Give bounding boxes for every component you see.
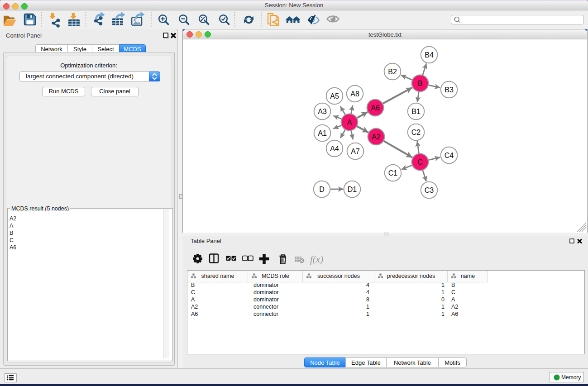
svg-text:A4: A4 bbox=[330, 145, 339, 152]
svg-text:A6: A6 bbox=[371, 104, 380, 112]
svg-text:C2: C2 bbox=[411, 129, 421, 136]
svg-text:D: D bbox=[319, 186, 325, 193]
svg-text:A: A bbox=[347, 119, 352, 126]
svg-text:C4: C4 bbox=[445, 152, 454, 159]
svg-text:C: C bbox=[417, 158, 423, 166]
svg-text:D1: D1 bbox=[348, 186, 357, 193]
svg-text:C3: C3 bbox=[425, 186, 434, 194]
svg-text:B2: B2 bbox=[388, 68, 397, 76]
svg-text:A3: A3 bbox=[318, 108, 327, 115]
svg-text:A2: A2 bbox=[372, 133, 381, 141]
svg-text:A1: A1 bbox=[318, 129, 327, 137]
svg-text:A5: A5 bbox=[330, 92, 339, 100]
svg-text:B: B bbox=[418, 80, 423, 87]
svg-text:B3: B3 bbox=[445, 86, 454, 94]
svg-text:C1: C1 bbox=[388, 169, 398, 177]
svg-text:A7: A7 bbox=[351, 148, 360, 155]
svg-text:B1: B1 bbox=[411, 108, 421, 115]
svg-text:A8: A8 bbox=[350, 90, 359, 98]
svg-text:f(x): f(x) bbox=[310, 254, 323, 265]
svg-text:B4: B4 bbox=[425, 51, 434, 59]
